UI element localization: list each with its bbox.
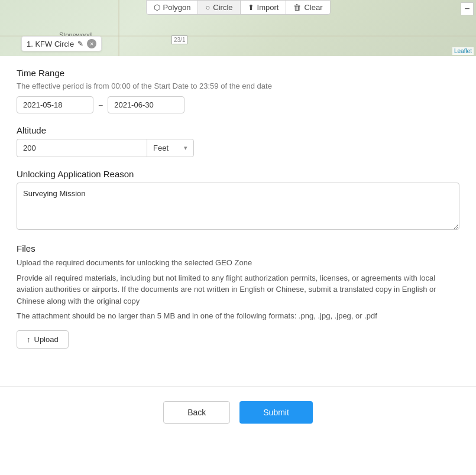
- chevron-down-icon: ▾: [184, 144, 187, 152]
- import-button[interactable]: ⬆ Import: [241, 1, 287, 14]
- end-date-input[interactable]: [108, 96, 184, 113]
- leaflet-badge: Leaflet: [452, 47, 474, 55]
- circle-button[interactable]: ○ Circle: [198, 1, 240, 14]
- back-button[interactable]: Back: [163, 401, 230, 424]
- kfw-edit-icon[interactable]: ✎: [77, 40, 83, 48]
- polygon-label: Polygon: [163, 3, 191, 12]
- kfw-badge-container: 1. KFW Circle ✎ ×: [21, 36, 102, 51]
- clear-icon: 🗑: [293, 3, 301, 12]
- altitude-row: Feet ▾: [17, 139, 459, 157]
- files-description-3: The attachment should be no larger than …: [17, 310, 459, 322]
- map-toolbar: ⬡ Polygon ○ Circle ⬆ Import 🗑 Clear: [146, 0, 331, 15]
- circle-label: Circle: [213, 3, 232, 12]
- date-separator: −: [98, 100, 103, 110]
- kfw-close-button[interactable]: ×: [87, 39, 96, 48]
- clear-button[interactable]: 🗑 Clear: [286, 1, 329, 14]
- circle-icon: ○: [205, 3, 210, 12]
- clear-label: Clear: [304, 3, 322, 12]
- files-title: Files: [17, 243, 459, 253]
- time-range-section: Time Range The effective period is from …: [17, 68, 459, 113]
- files-description-2: Provide all required materials, includin…: [17, 272, 459, 307]
- footer-divider: [0, 386, 476, 387]
- footer-buttons: Back Submit: [0, 401, 476, 438]
- reason-title: Unlocking Application Reason: [17, 169, 459, 179]
- altitude-section: Altitude Feet ▾: [17, 125, 459, 157]
- polygon-icon: ⬡: [154, 3, 160, 12]
- kfw-badge-label: 1. KFW Circle: [27, 40, 74, 48]
- reason-section: Unlocking Application Reason Surveying M…: [17, 169, 459, 232]
- reason-textarea[interactable]: Surveying Mission: [17, 183, 459, 230]
- time-range-description: The effective period is from 00:00 of th…: [17, 82, 459, 90]
- date-row: −: [17, 96, 459, 113]
- polygon-button[interactable]: ⬡ Polygon: [147, 1, 199, 14]
- map-number-label: 23/1: [171, 35, 187, 44]
- map-container: ⬡ Polygon ○ Circle ⬆ Import 🗑 Clear − St…: [0, 0, 476, 56]
- files-section: Files Upload the required documents for …: [17, 243, 459, 349]
- import-icon: ⬆: [248, 3, 254, 12]
- zoom-out-button[interactable]: −: [461, 2, 474, 15]
- files-description-1: Upload the required documents for unlock…: [17, 257, 459, 269]
- submit-button[interactable]: Submit: [239, 401, 313, 424]
- time-range-title: Time Range: [17, 68, 459, 78]
- start-date-input[interactable]: [17, 96, 93, 113]
- unit-label: Feet: [153, 144, 169, 152]
- import-label: Import: [257, 3, 279, 12]
- altitude-title: Altitude: [17, 125, 459, 135]
- upload-icon: ↑: [27, 335, 31, 344]
- altitude-input[interactable]: [17, 139, 147, 157]
- upload-label: Upload: [34, 335, 59, 344]
- unit-select[interactable]: Feet ▾: [147, 139, 194, 157]
- main-content: Time Range The effective period is from …: [0, 56, 476, 372]
- kfw-badge: 1. KFW Circle ✎ ×: [21, 36, 102, 51]
- upload-button[interactable]: ↑ Upload: [17, 330, 69, 349]
